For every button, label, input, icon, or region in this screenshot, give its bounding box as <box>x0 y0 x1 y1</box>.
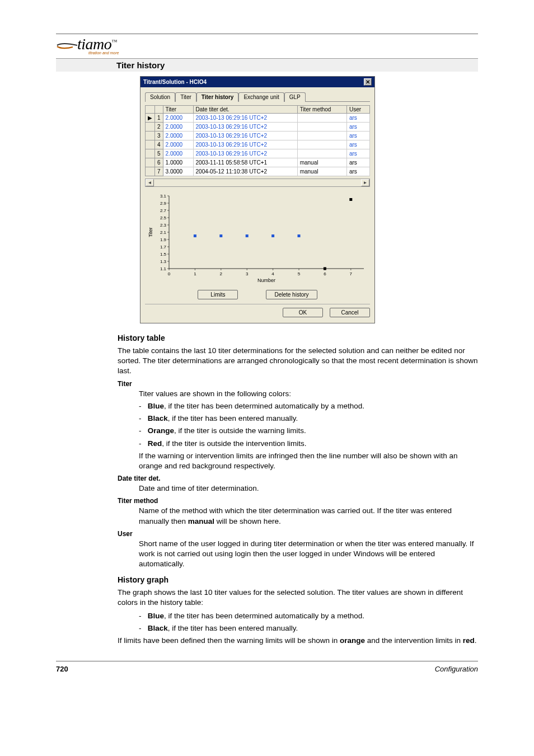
table-row[interactable]: ▶12.00002003-10-13 06:29:16 UTC+2ars <box>146 114 370 123</box>
history-graph-note: If limits have been defined then the war… <box>118 636 478 646</box>
history-graph-heading: History graph <box>118 575 478 584</box>
svg-text:1.1: 1.1 <box>160 266 167 271</box>
logo-tm: ™ <box>111 39 116 45</box>
svg-text:Titer: Titer <box>148 227 153 237</box>
scroll-left-icon[interactable]: ◄ <box>146 179 154 186</box>
svg-text:2.3: 2.3 <box>160 223 167 228</box>
history-table-wrap: TiterDate titer det.Titer methodUser▶12.… <box>145 105 370 176</box>
titer-history-table: TiterDate titer det.Titer methodUser▶12.… <box>145 105 370 176</box>
col-header <box>155 106 163 114</box>
history-graph-intro: The graph shows the last 10 titer values… <box>118 588 478 608</box>
svg-text:4: 4 <box>271 271 274 276</box>
titer-color-item: - Orange, if the titer is outside the wa… <box>139 426 478 436</box>
logo-swoosh-icon <box>56 37 79 52</box>
svg-rect-44 <box>246 234 249 237</box>
svg-text:1: 1 <box>194 271 196 276</box>
tab-titer[interactable]: Titer <box>175 92 196 102</box>
cancel-button[interactable]: Cancel <box>330 308 370 317</box>
close-icon[interactable]: ✕ <box>364 78 372 86</box>
scroll-right-icon[interactable]: ► <box>361 179 369 186</box>
logo: tiamo™ titration and more <box>56 35 478 55</box>
graph-color-item: - Blue, if the titer has been determined… <box>139 611 478 621</box>
footer-section: Configuration <box>435 665 478 673</box>
svg-text:3: 3 <box>246 271 249 276</box>
table-row[interactable]: 52.00002003-10-13 06:29:16 UTC+2ars <box>146 149 370 158</box>
def-titer-intro: Titer values are shown in the following … <box>139 389 478 399</box>
delete-history-button[interactable]: Delete history <box>266 290 317 299</box>
svg-text:2: 2 <box>220 271 223 276</box>
svg-rect-42 <box>194 234 196 237</box>
col-header: User <box>346 106 369 114</box>
col-header: Date titer det. <box>193 106 297 114</box>
svg-rect-45 <box>271 234 274 237</box>
logo-tagline: titration and more <box>88 51 478 55</box>
svg-text:1.7: 1.7 <box>160 245 167 250</box>
table-row[interactable]: 32.00002003-10-13 06:29:16 UTC+2ars <box>146 132 370 140</box>
section-bar: Titer history <box>56 58 478 72</box>
titer-color-item: - Red, if the titer is outside the inter… <box>139 439 478 449</box>
history-table-intro: The table contains the last 10 titer det… <box>118 346 478 377</box>
titer-plot-wrap: 1.11.31.51.71.92.12.32.52.72.93.10123456… <box>145 190 370 287</box>
limits-button[interactable]: Limits <box>198 290 238 299</box>
history-table-heading: History table <box>118 334 478 342</box>
logo-text: tiamo <box>77 35 111 53</box>
tab-solution[interactable]: Solution <box>145 92 175 102</box>
def-method-body: Name of the method with which the titer … <box>139 506 478 526</box>
svg-text:1.9: 1.9 <box>160 237 167 242</box>
svg-text:2.7: 2.7 <box>160 208 167 213</box>
table-row[interactable]: 61.00002003-11-11 05:58:58 UTC+1manualar… <box>146 158 370 167</box>
tab-exchange-unit[interactable]: Exchange unit <box>238 92 284 102</box>
svg-text:2.9: 2.9 <box>160 201 167 206</box>
page-number: 720 <box>56 665 68 673</box>
svg-text:2.5: 2.5 <box>160 215 167 220</box>
svg-text:1.5: 1.5 <box>160 252 167 257</box>
titer-plot: 1.11.31.51.71.92.12.32.52.72.93.10123456… <box>145 190 370 285</box>
def-date-body: Date and time of titer determination. <box>139 483 478 494</box>
graph-color-item: - Black, if the titer has been entered m… <box>139 623 478 633</box>
def-date-label: Date titer det. <box>118 475 478 482</box>
section-title: Titer history <box>116 60 475 70</box>
table-row[interactable]: 73.00002004-05-12 11:10:38 UTC+2manualar… <box>146 167 370 176</box>
ok-button[interactable]: OK <box>283 308 323 317</box>
svg-text:1.3: 1.3 <box>160 259 167 264</box>
dialog-titlebar: Titrant/Solution - HClO4 ✕ <box>140 77 374 87</box>
svg-text:2.1: 2.1 <box>160 230 167 235</box>
tab-strip: SolutionTiterTiter historyExchange unitG… <box>145 92 370 102</box>
svg-text:3.1: 3.1 <box>160 194 167 199</box>
svg-text:7: 7 <box>350 271 353 276</box>
svg-text:0: 0 <box>168 271 171 276</box>
svg-text:Number: Number <box>257 278 275 283</box>
titer-color-item: - Blue, if the titer has been determined… <box>139 401 478 411</box>
tab-titer-history[interactable]: Titer history <box>196 92 239 102</box>
svg-rect-47 <box>324 267 326 270</box>
col-header: Titer method <box>297 106 346 114</box>
dialog-title: Titrant/Solution - HClO4 <box>143 79 207 85</box>
svg-rect-43 <box>219 234 222 237</box>
col-header: Titer <box>163 106 193 114</box>
svg-rect-46 <box>298 234 301 237</box>
def-user-body: Short name of the user logged in during … <box>139 539 478 570</box>
scroll-track[interactable] <box>154 179 361 186</box>
table-row[interactable]: 22.00002003-10-13 06:29:16 UTC+2ars <box>146 123 370 132</box>
svg-text:5: 5 <box>298 271 301 276</box>
svg-text:6: 6 <box>324 271 326 276</box>
h-scrollbar[interactable]: ◄ ► <box>145 179 370 187</box>
tab-glp[interactable]: GLP <box>284 92 306 102</box>
def-titer-note: If the warning or intervention limits ar… <box>139 451 478 471</box>
titer-color-item: - Black, if the titer has been entered m… <box>139 414 478 424</box>
svg-rect-48 <box>349 198 352 201</box>
dialog-titrant-solution: Titrant/Solution - HClO4 ✕ SolutionTiter… <box>140 76 375 323</box>
col-header <box>146 106 155 114</box>
def-titer-label: Titer <box>118 380 478 388</box>
table-row[interactable]: 42.00002003-10-13 06:29:16 UTC+2ars <box>146 140 370 149</box>
def-method-label: Titer method <box>118 497 478 505</box>
def-user-label: User <box>118 530 478 538</box>
